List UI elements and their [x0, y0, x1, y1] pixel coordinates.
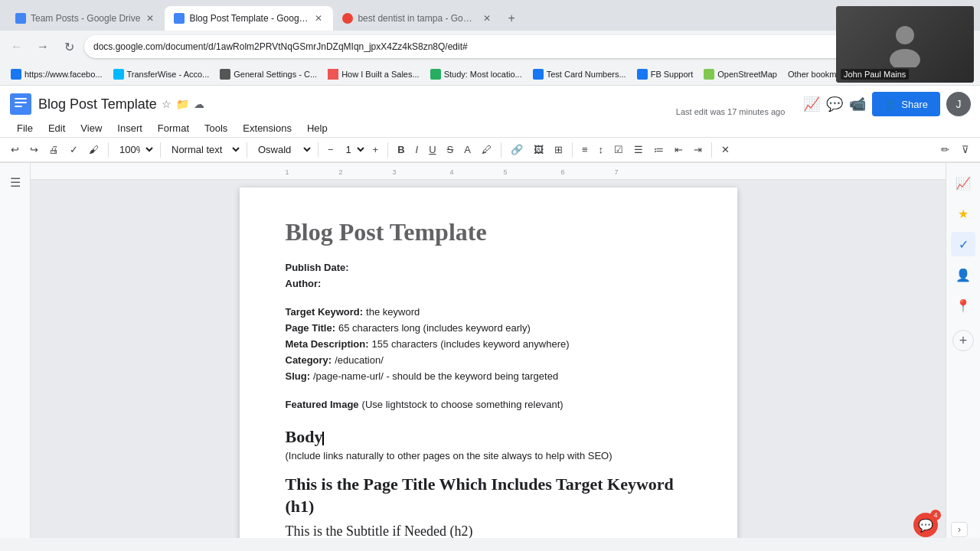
underline-button[interactable]: U — [424, 141, 440, 158]
bookmark-study-icon — [430, 69, 441, 80]
docs-title[interactable]: Blog Post Template — [38, 96, 157, 112]
clear-format-button[interactable]: ✕ — [717, 141, 734, 158]
back-button[interactable]: ← — [6, 36, 28, 57]
menu-help[interactable]: Help — [299, 119, 335, 137]
menu-view[interactable]: View — [73, 119, 109, 137]
numbered-list-button[interactable]: ≔ — [649, 141, 668, 158]
strikethrough-button[interactable]: S — [443, 141, 459, 158]
slug-label: Slug: — [286, 370, 311, 382]
redo-button[interactable]: ↪ — [25, 141, 43, 158]
pagination-container: › — [951, 522, 968, 537]
video-call-icon[interactable]: 📹 — [849, 96, 866, 112]
bookmark-sales[interactable]: How I Built a Sales... — [323, 67, 424, 81]
table-button[interactable]: ⊞ — [550, 141, 567, 158]
highlight-button[interactable]: 🖊 — [477, 141, 496, 158]
align-button[interactable]: ≡ — [577, 141, 593, 158]
line-spacing-button[interactable]: ↕ — [594, 141, 609, 158]
meta-desc-value: 155 characters (includes keyword anywher… — [372, 338, 570, 350]
sidebar-check-icon[interactable]: ✓ — [951, 232, 975, 256]
bookmark-study-label: Study: Most locatio... — [444, 70, 522, 79]
sidebar-map-icon[interactable]: 📍 — [951, 293, 975, 318]
spellcheck-button[interactable]: ✓ — [65, 141, 83, 158]
folder-icon[interactable]: 📁 — [176, 98, 189, 110]
new-tab-button[interactable]: + — [501, 8, 521, 28]
menu-insert[interactable]: Insert — [109, 119, 150, 137]
bold-button[interactable]: B — [393, 141, 409, 158]
tab-search[interactable]: best dentist in tampa - Google S... ✕ — [333, 6, 501, 31]
font-size-select[interactable]: 19 — [340, 142, 367, 158]
docs-toolbar: ↩ ↪ 🖨 ✓ 🖌 100% Normal text Oswald − 19 +… — [0, 137, 980, 162]
bookmark-testcard-label: Test Card Numbers... — [547, 70, 626, 79]
zoom-select[interactable]: 100% — [113, 142, 155, 158]
tab3-label: best dentist in tampa - Google S... — [358, 13, 477, 24]
sidebar-star-icon[interactable]: ★ — [951, 201, 975, 226]
bookmark-facebook[interactable]: https://www.facebo... — [6, 67, 107, 81]
menu-extensions[interactable]: Extensions — [235, 119, 299, 137]
category-label: Category: — [286, 354, 332, 366]
font-select[interactable]: Oswald — [252, 142, 313, 158]
menu-file[interactable]: File — [9, 119, 41, 137]
undo-button[interactable]: ↩ — [6, 141, 24, 158]
sidebar-add-button[interactable]: + — [952, 330, 974, 351]
image-button[interactable]: 🖼 — [529, 141, 548, 158]
refresh-button[interactable]: ↻ — [58, 36, 80, 57]
bookmark-sales-label: How I Built a Sales... — [341, 70, 420, 79]
pagination-button[interactable]: › — [951, 522, 968, 537]
notification-badge: 4 — [930, 510, 941, 520]
toolbar-sep6 — [501, 142, 501, 158]
address-bar[interactable]: docs.google.com/document/d/1awRolm2PRVtN… — [84, 35, 896, 58]
outline-icon[interactable]: ☰ — [5, 171, 25, 194]
share-button[interactable]: 👤 Share — [872, 92, 940, 116]
browser-title-bar: Team Posts - Google Drive ✕ Blog Post Te… — [0, 0, 980, 31]
italic-button[interactable]: I — [411, 141, 423, 158]
trend-icon[interactable]: 📈 — [803, 96, 820, 112]
sidebar-person-icon[interactable]: 👤 — [951, 262, 975, 287]
docs-title-area: Blog Post Template ☆ 📁 ☁ — [38, 96, 670, 112]
checklist-button[interactable]: ☑ — [609, 141, 628, 158]
edit-mode-button[interactable]: ✏ — [936, 141, 954, 158]
docs-content-area[interactable]: 1 2 3 4 5 6 7 Blog Post Template Publish… — [31, 163, 946, 538]
menu-format[interactable]: Format — [150, 119, 197, 137]
toolbar-sep8 — [711, 142, 712, 158]
font-size-decrease[interactable]: − — [323, 141, 338, 158]
tab3-close[interactable]: ✕ — [482, 11, 492, 25]
bookmark-fb-support[interactable]: FB Support — [632, 67, 698, 81]
paintformat-button[interactable]: 🖌 — [84, 141, 103, 158]
video-content: John Paul Mains — [836, 6, 974, 83]
field-page-title: Page Title: 65 characters long (includes… — [286, 322, 691, 334]
print-button[interactable]: 🖨 — [44, 141, 64, 158]
field-slug: Slug: /page-name-url/ - should be the ke… — [286, 370, 691, 382]
user-avatar[interactable]: J — [946, 92, 971, 116]
featured-image-value: (Use lightstock to choose something rele… — [362, 399, 564, 410]
expand-toolbar-button[interactable]: ⊽ — [957, 141, 974, 158]
docs-top-bar: Blog Post Template ☆ 📁 ☁ Last edit was 1… — [0, 86, 980, 119]
bullet-list-button[interactable]: ☰ — [629, 141, 648, 158]
comment-icon[interactable]: 💬 — [826, 96, 843, 112]
text-color-button[interactable]: A — [459, 141, 475, 158]
font-size-increase[interactable]: + — [368, 141, 384, 158]
forward-button[interactable]: → — [32, 36, 54, 57]
indent-more-button[interactable]: ⇥ — [689, 141, 707, 158]
field-target-keyword: Target Keyword: the keyword — [286, 306, 691, 318]
menu-tools[interactable]: Tools — [197, 119, 235, 137]
tab1-close[interactable]: ✕ — [145, 11, 155, 25]
bookmark-transferwise[interactable]: TransferWise - Acco... — [109, 67, 214, 81]
menu-edit[interactable]: Edit — [41, 119, 73, 137]
bookmark-test-card[interactable]: Test Card Numbers... — [528, 67, 631, 81]
style-select[interactable]: Normal text — [165, 142, 242, 158]
bookmark-openstreetmap[interactable]: OpenStreetMap — [699, 67, 782, 81]
author-label: Author: — [286, 278, 322, 289]
indent-less-button[interactable]: ⇤ — [670, 141, 688, 158]
cloud-icon[interactable]: ☁ — [194, 98, 204, 110]
star-icon[interactable]: ☆ — [162, 98, 172, 110]
tab2-close[interactable]: ✕ — [313, 11, 324, 25]
video-person-name: John Paul Mains — [841, 69, 909, 80]
link-button[interactable]: 🔗 — [506, 141, 528, 158]
tab-team-posts[interactable]: Team Posts - Google Drive ✕ — [6, 6, 165, 31]
body-note: (Include links naturally to other pages … — [286, 450, 691, 461]
sidebar-explore-icon[interactable]: 📈 — [951, 171, 975, 195]
bookmark-general[interactable]: General Settings - C... — [215, 67, 322, 81]
target-keyword-label: Target Keyword: — [286, 306, 364, 318]
bookmark-study[interactable]: Study: Most locatio... — [426, 67, 527, 81]
tab-blog-post-template[interactable]: Blog Post Template - Google Do... ✕ — [165, 6, 333, 31]
